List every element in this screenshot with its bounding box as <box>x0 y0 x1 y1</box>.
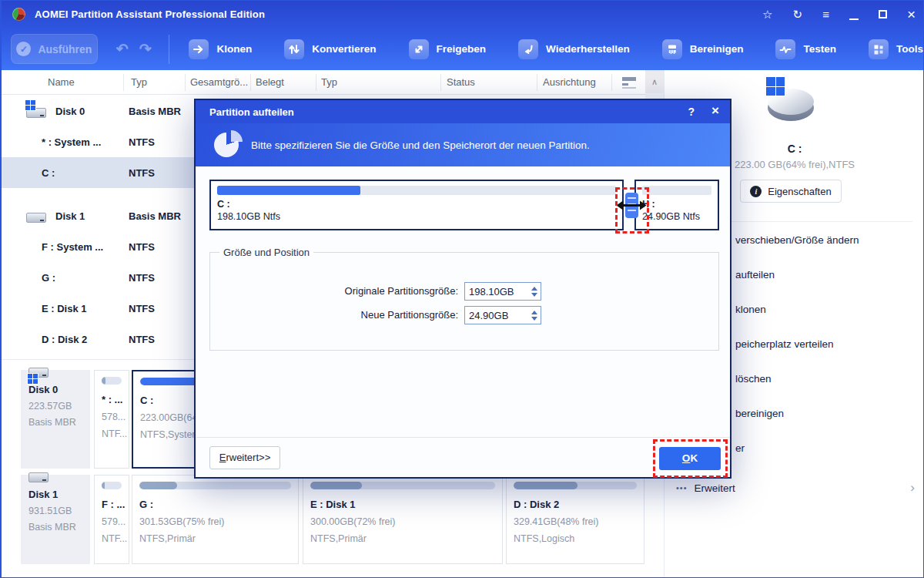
partition-segment-c: C : 198.10GB Ntfs <box>209 180 624 230</box>
partition-block-e[interactable]: E : Disk 1 300.00GB(72% frei) NTFS,Primä… <box>303 475 503 564</box>
clone-arrow-icon <box>189 39 209 59</box>
new-size-spinner <box>464 306 541 324</box>
close-button[interactable]: × <box>907 7 916 22</box>
dialog-footer-divider <box>196 437 730 438</box>
pie-chart-icon <box>214 131 242 159</box>
menu-hamburger-icon[interactable]: ≡ <box>822 8 829 20</box>
update-sync-icon[interactable]: ↻ <box>793 8 803 20</box>
minimize-button[interactable] <box>849 8 859 20</box>
column-header-name[interactable]: Name <box>48 76 75 88</box>
dialog-help-button[interactable]: ? <box>688 106 695 119</box>
convert-button[interactable]: Konvertieren <box>284 39 376 59</box>
undo-button[interactable]: ↶ <box>116 40 129 58</box>
dialog-close-button[interactable]: × <box>711 103 719 119</box>
info-icon: i <box>750 186 762 197</box>
grid-icon <box>869 39 889 59</box>
menu-item-allocate[interactable]: peicherplatz verteilen <box>735 338 834 350</box>
menu-item-advanced[interactable]: ••• Erweitert › <box>676 476 915 499</box>
highlight-handle-annotation <box>615 187 649 234</box>
spin-down-icon[interactable] <box>531 293 537 297</box>
original-size-spinner <box>464 282 541 301</box>
app-title: AOMEI Partition Assistant Professional E… <box>35 8 265 20</box>
app-window: AOMEI Partition Assistant Professional E… <box>0 0 924 578</box>
original-size-label: Originale Partitionsgröße: <box>210 285 458 297</box>
check-circle-icon: ✓ <box>16 42 31 56</box>
partition-block-system[interactable]: * : ... 578... NTF... <box>94 370 129 469</box>
highlight-ok-annotation <box>653 439 728 478</box>
menu-item-clone[interactable]: klonen <box>735 304 766 315</box>
top-bar: AOMEI Partition Assistant Professional E… <box>2 1 923 70</box>
redo-button[interactable]: ↷ <box>139 40 152 58</box>
toolbar-separator <box>169 35 169 64</box>
table-header: Name Typ Gesamtgrö... Belegt Typ Status … <box>2 70 664 95</box>
shredder-icon <box>662 39 682 59</box>
windows-grid-icon <box>765 76 785 96</box>
split-partition-dialog: Partition aufteilen ? × Bitte spezifizie… <box>194 99 732 479</box>
test-button[interactable]: Testen <box>775 39 836 59</box>
partition-size-widget: C : 198.10GB Ntfs H : 24.90GB Ntfs <box>209 180 719 230</box>
column-header-typ[interactable]: Typ <box>131 76 147 88</box>
advanced-button[interactable]: Erweitert>> <box>209 446 280 469</box>
spin-up-icon[interactable] <box>531 287 537 291</box>
column-header-status[interactable]: Status <box>447 76 475 88</box>
maximize-button[interactable] <box>879 8 887 20</box>
dialog-title: Partition aufteilen <box>209 106 294 118</box>
ellipsis-icon: ••• <box>676 483 688 492</box>
diagonal-arrows-icon <box>409 39 429 59</box>
dialog-titlebar: Partition aufteilen ? × <box>196 100 730 123</box>
column-header-alignment[interactable]: Ausrichtung <box>543 76 596 88</box>
menu-item-split[interactable]: aufteilen <box>735 269 775 281</box>
properties-button[interactable]: i Eigenschaften <box>740 180 842 203</box>
volume-cylinder-icon <box>768 87 814 119</box>
app-logo-icon <box>12 8 25 21</box>
execute-button[interactable]: ✓ Ausführen <box>11 34 98 64</box>
partition-block-g[interactable]: G : 301.53GB(75% frei) NTFS,Primär <box>132 475 299 564</box>
column-header-used[interactable]: Belegt <box>256 76 284 88</box>
spin-up-icon[interactable] <box>531 311 537 314</box>
new-size-label: Neue Partitionsgröße: <box>210 309 458 321</box>
convert-arrows-icon <box>284 39 304 59</box>
restore-button[interactable]: Wiederherstellen <box>518 39 630 59</box>
spin-down-icon[interactable] <box>531 317 537 321</box>
size-position-group: Größe und Position Originale Partitionsg… <box>209 252 719 351</box>
column-header-fs[interactable]: Typ <box>321 76 337 88</box>
partition-block-f[interactable]: F : ... 579... NTF... <box>94 475 129 564</box>
menu-item-partial[interactable]: er <box>735 442 745 454</box>
dialog-message: Bitte spezifizieren Sie die Größe und de… <box>251 139 590 151</box>
title-bar: AOMEI Partition Assistant Professional E… <box>2 1 923 28</box>
tools-button[interactable]: Tools <box>869 39 923 59</box>
partition-block-d[interactable]: D : Disk 2 329.41GB(48% frei) NTFS,Logis… <box>506 475 644 564</box>
clone-button[interactable]: Klonen <box>189 39 252 59</box>
menu-item-resize-move[interactable]: verschieben/Größe ändern <box>735 234 859 246</box>
new-size-input[interactable] <box>465 307 527 324</box>
system-disk-icon <box>26 104 46 118</box>
restore-arrow-icon <box>518 39 538 59</box>
group-title: Größe und Position <box>219 247 313 258</box>
scrollbar-up-arrow[interactable]: ∧ <box>645 70 664 93</box>
favorite-star-icon[interactable]: ☆ <box>762 8 772 20</box>
menu-item-wipe[interactable]: bereinigen <box>735 408 784 419</box>
menu-item-delete[interactable]: löschen <box>735 373 772 385</box>
toolbar: ✓ Ausführen ↶ ↷ Klonen K <box>2 28 923 70</box>
share-button[interactable]: Freigeben <box>409 39 487 59</box>
dialog-header-band: Bitte spezifizieren Sie die Größe und de… <box>196 123 730 166</box>
column-settings-icon[interactable] <box>622 77 636 88</box>
chevron-right-icon: › <box>910 480 915 496</box>
disk0-info-card[interactable]: Disk 0 223.57GB Basis MBR <box>21 370 90 469</box>
disk1-info-card[interactable]: Disk 1 931.51GB Basis MBR <box>21 475 90 564</box>
column-header-size[interactable]: Gesamtgrö... <box>190 76 248 88</box>
original-size-input[interactable] <box>465 283 527 300</box>
pulse-icon <box>775 39 795 59</box>
wipe-button[interactable]: Bereinigen <box>662 39 744 59</box>
disk1-overview-row: Disk 1 931.51GB Basis MBR F : ... 579...… <box>2 475 664 564</box>
disk-icon <box>26 209 46 223</box>
